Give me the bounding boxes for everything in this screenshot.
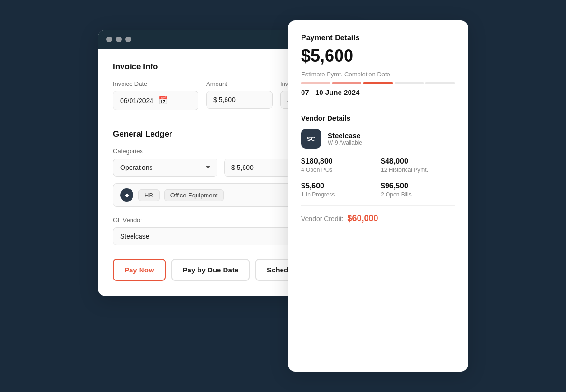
invoice-date-label: Invoice Date <box>113 80 198 87</box>
card-divider-1 <box>301 106 455 106</box>
stat-historical-label: 12 Historical Pymt. <box>381 167 455 173</box>
amount-group: Amount $ 5,600 <box>206 80 273 110</box>
gl-amount-input[interactable]: $ 5,600 <box>224 159 291 177</box>
traffic-dot-3 <box>125 37 131 42</box>
progress-seg-4 <box>395 82 424 84</box>
stat-historical-value: $48,000 <box>381 157 455 166</box>
amount-value: $ 5,600 <box>213 96 236 103</box>
progress-seg-3 <box>363 82 393 84</box>
stat-in-progress-value: $5,600 <box>301 182 375 190</box>
stat-in-progress: $5,600 1 In Progress <box>301 182 375 198</box>
traffic-dot-1 <box>106 37 112 42</box>
vendor-name: Steelcase <box>328 131 362 140</box>
stats-grid: $180,800 4 Open POs $48,000 12 Historica… <box>301 157 455 198</box>
gl-amount-value: $ 5,600 <box>231 164 254 171</box>
calendar-icon: 📅 <box>158 96 168 105</box>
amount-label: Amount <box>206 80 273 87</box>
vendor-credit-value: $60,000 <box>348 214 378 224</box>
vendor-section-title: Vendor Details <box>301 114 455 122</box>
tag-office-equipment[interactable]: Office Equipment <box>164 189 224 201</box>
stat-open-bills: $96,500 2 Open Bills <box>381 182 455 198</box>
stat-open-bills-label: 2 Open Bills <box>381 191 455 198</box>
stat-open-pos: $180,800 4 Open POs <box>301 157 375 173</box>
vendor-info: Steelcase W-9 Available <box>328 131 362 146</box>
invoice-date-input[interactable]: 06/01/2024 📅 <box>113 91 198 110</box>
pay-now-button[interactable]: Pay Now <box>113 259 166 281</box>
vendor-credit-row: Vendor Credit: $60,000 <box>301 214 455 224</box>
invoice-date-group: Invoice Date 06/01/2024 📅 <box>113 80 198 110</box>
payment-amount: $5,600 <box>301 46 455 66</box>
payment-card: Payment Details $5,600 Estimate Pymt. Co… <box>288 20 468 372</box>
gl-vendor-value: Steelcase <box>120 233 149 240</box>
category-select[interactable]: Operations <box>113 159 217 177</box>
progress-seg-1 <box>301 82 330 84</box>
payment-details-title: Payment Details <box>301 34 455 42</box>
stat-open-bills-value: $96,500 <box>381 182 455 190</box>
amount-input[interactable]: $ 5,600 <box>206 91 273 109</box>
invoice-date-value: 06/01/2024 <box>120 97 153 104</box>
tag-icon: ◆ <box>120 188 133 202</box>
date-range: 07 - 10 June 2024 <box>301 88 455 96</box>
progress-seg-5 <box>425 82 455 84</box>
progress-seg-2 <box>332 82 362 84</box>
stat-open-pos-value: $180,800 <box>301 157 375 166</box>
chevron-down-icon <box>206 166 210 169</box>
vendor-avatar: SC <box>301 129 321 149</box>
estimate-label: Estimate Pymt. Completion Date <box>301 71 455 78</box>
category-value: Operations <box>120 164 152 171</box>
card-divider-2 <box>301 205 455 206</box>
vendor-row: SC Steelcase W-9 Available <box>301 129 455 149</box>
vendor-credit-label: Vendor Credit: <box>301 215 344 223</box>
tag-hr[interactable]: HR <box>138 189 160 201</box>
scene: Invoice Info Invoice Date 06/01/2024 📅 A… <box>98 20 468 372</box>
stat-open-pos-label: 4 Open POs <box>301 167 375 173</box>
pay-by-due-date-button[interactable]: Pay by Due Date <box>171 259 250 281</box>
vendor-badge: W-9 Available <box>328 140 362 146</box>
stat-historical: $48,000 12 Historical Pymt. <box>381 157 455 173</box>
stat-in-progress-label: 1 In Progress <box>301 191 375 198</box>
progress-bar <box>301 82 455 84</box>
traffic-dot-2 <box>116 37 122 42</box>
